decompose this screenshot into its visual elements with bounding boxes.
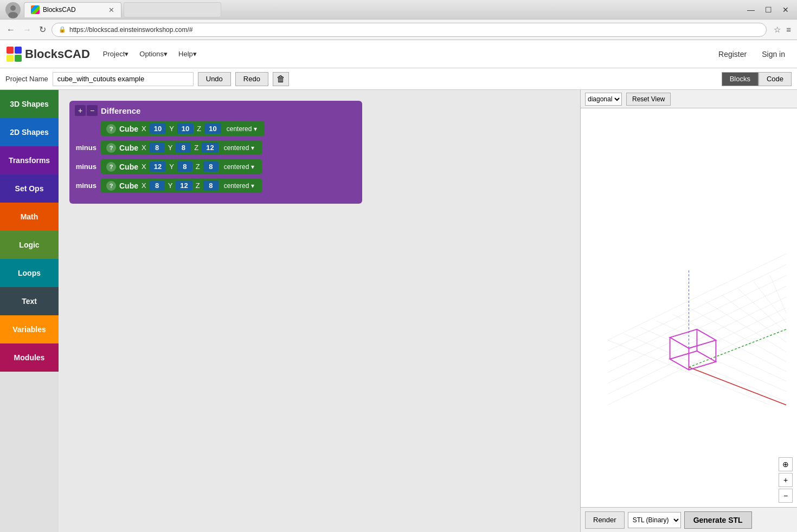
zoom-in-btn[interactable]: + xyxy=(779,473,793,487)
back-btn[interactable]: ← xyxy=(4,23,17,37)
menu-btn[interactable]: ≡ xyxy=(785,23,793,36)
browser-tab[interactable]: BlocksCAD ✕ xyxy=(24,2,121,17)
y-val-3[interactable]: 12 xyxy=(176,180,192,191)
render-btn[interactable]: Render xyxy=(585,511,625,529)
block-canvas[interactable]: + − Difference ? Cube X 10 Y xyxy=(59,90,580,532)
bookmark-btn[interactable]: ☆ xyxy=(772,23,782,36)
minus-label-3: minus xyxy=(75,181,97,190)
sidebar-item-text[interactable]: Text xyxy=(0,287,59,315)
tab-close-btn[interactable]: ✕ xyxy=(108,6,114,14)
help-btn-0[interactable]: ? xyxy=(106,124,116,134)
nav-help-btn[interactable]: Help▾ xyxy=(174,48,201,60)
y-val-2[interactable]: 8 xyxy=(177,161,192,172)
tab-title: BlocksCAD xyxy=(43,6,76,14)
x-label-2: X xyxy=(142,163,146,171)
sidebar-item-set-ops[interactable]: Set Ops xyxy=(0,174,59,203)
app-logo: BlocksCAD xyxy=(7,47,90,62)
y-label-2: Y xyxy=(169,163,174,171)
cube-label-0: Cube xyxy=(119,125,138,133)
zoom-out-btn[interactable]: − xyxy=(779,489,793,503)
sidebar-item-transforms[interactable]: Transforms xyxy=(0,146,59,174)
minimize-btn[interactable]: — xyxy=(744,4,758,15)
viewer-panel: diagonal top front side Reset View xyxy=(580,90,797,532)
delete-btn[interactable]: 🗑 xyxy=(273,72,289,86)
centered-dropdown-3[interactable]: centered ▾ xyxy=(222,181,256,191)
forward-btn[interactable]: → xyxy=(21,23,34,37)
sidebar-item-logic[interactable]: Logic xyxy=(0,231,59,259)
signin-btn[interactable]: Sign in xyxy=(756,48,790,61)
logo-sq-blue xyxy=(15,47,22,54)
help-btn-3[interactable]: ? xyxy=(106,181,116,191)
project-bar: Project Name Undo Redo 🗑 Blocks Code xyxy=(0,68,797,90)
project-name-input[interactable] xyxy=(53,72,194,86)
x-label-1: X xyxy=(142,144,146,152)
maximize-btn[interactable]: ☐ xyxy=(761,4,775,15)
sidebar-item-modules[interactable]: Modules xyxy=(0,343,59,372)
difference-header: + − Difference xyxy=(75,105,357,116)
url-text: https://blockscad.einsteinsworkshop.com/… xyxy=(69,26,192,34)
sidebar-item-loops[interactable]: Loops xyxy=(0,259,59,287)
help-btn-2[interactable]: ? xyxy=(106,162,116,172)
logo-sq-yellow xyxy=(7,55,14,62)
z-label-0: Z xyxy=(197,125,201,133)
z-val-3[interactable]: 8 xyxy=(203,180,218,191)
x-val-1[interactable]: 8 xyxy=(150,142,165,153)
expand-minus-btn[interactable]: − xyxy=(87,105,98,116)
cube-row-2: minus ? Cube X 12 Y 8 Z 8 centered ▾ xyxy=(75,159,357,174)
cube-block-3: ? Cube X 8 Y 12 Z 8 centered ▾ xyxy=(101,178,262,193)
y-val-0[interactable]: 10 xyxy=(177,124,194,134)
header-auth: Register Sign in xyxy=(713,48,790,61)
refresh-btn[interactable]: ↻ xyxy=(37,22,48,37)
delete-icon: 🗑 xyxy=(277,74,285,84)
nav-options-btn[interactable]: Options▾ xyxy=(135,48,172,60)
app-content: BlocksCAD Project▾ Options▾ Help▾ Regist… xyxy=(0,40,797,532)
z-val-0[interactable]: 10 xyxy=(204,124,221,134)
browser-toolbar-icons: ☆ ≡ xyxy=(772,23,793,36)
cube-label-1: Cube xyxy=(119,144,138,152)
redo-btn[interactable]: Redo xyxy=(235,72,268,86)
cube-row-0: ? Cube X 10 Y 10 Z 10 centered ▾ xyxy=(75,121,357,136)
z-val-1[interactable]: 12 xyxy=(202,142,218,153)
viewer-footer: Render STL (Binary) STL (ASCII) OpenSCAD… xyxy=(581,507,797,532)
z-label-1: Z xyxy=(194,144,198,152)
cube-row-3: minus ? Cube X 8 Y 12 Z 8 centered ▾ xyxy=(75,178,357,193)
header-nav: Project▾ Options▾ Help▾ xyxy=(99,48,201,60)
view-select[interactable]: diagonal top front side xyxy=(585,93,622,106)
viewer-controls: ⊕ + − xyxy=(779,457,793,503)
code-view-btn[interactable]: Code xyxy=(759,72,792,86)
workspace: 3D Shapes 2D Shapes Transforms Set Ops M… xyxy=(0,90,797,532)
centered-dropdown-1[interactable]: centered ▾ xyxy=(222,143,256,153)
undo-btn[interactable]: Undo xyxy=(198,72,231,86)
register-btn[interactable]: Register xyxy=(713,48,752,61)
centered-dropdown-0[interactable]: centered ▾ xyxy=(224,124,259,134)
nav-project-btn[interactable]: Project▾ xyxy=(99,48,133,60)
minus-label-2: minus xyxy=(75,163,97,171)
view-toggle: Blocks Code xyxy=(722,72,792,86)
reset-view-btn[interactable]: Reset View xyxy=(626,93,671,106)
generate-stl-btn[interactable]: Generate STL xyxy=(684,511,752,529)
x-val-0[interactable]: 10 xyxy=(150,124,166,134)
y-label-1: Y xyxy=(168,144,173,152)
centered-dropdown-2[interactable]: centered ▾ xyxy=(222,162,256,172)
sidebar-item-variables[interactable]: Variables xyxy=(0,315,59,343)
help-btn-1[interactable]: ? xyxy=(106,143,116,153)
format-select[interactable]: STL (Binary) STL (ASCII) OpenSCAD xyxy=(628,512,681,528)
sidebar-item-math[interactable]: Math xyxy=(0,203,59,231)
sidebar-item-2d-shapes[interactable]: 2D Shapes xyxy=(0,118,59,146)
browser-toolbar: ← → ↻ 🔒 https://blockscad.einsteinsworks… xyxy=(0,20,797,40)
difference-block: + − Difference ? Cube X 10 Y xyxy=(69,101,362,204)
logo-text: BlocksCAD xyxy=(25,47,90,61)
user-profile-icon[interactable] xyxy=(4,1,22,18)
expand-plus-btn[interactable]: + xyxy=(75,105,86,116)
logo-sq-green xyxy=(15,55,22,62)
close-btn[interactable]: ✕ xyxy=(779,4,793,15)
minus-label-1: minus xyxy=(75,144,97,152)
blocks-view-btn[interactable]: Blocks xyxy=(722,72,759,86)
y-val-1[interactable]: 8 xyxy=(176,142,191,153)
sidebar-item-3d-shapes[interactable]: 3D Shapes xyxy=(0,90,59,118)
x-val-3[interactable]: 8 xyxy=(150,180,165,191)
z-val-2[interactable]: 8 xyxy=(203,161,218,172)
compass-btn[interactable]: ⊕ xyxy=(779,457,793,471)
address-bar[interactable]: 🔒 https://blockscad.einsteinsworkshop.co… xyxy=(52,23,767,37)
x-val-2[interactable]: 12 xyxy=(150,161,166,172)
